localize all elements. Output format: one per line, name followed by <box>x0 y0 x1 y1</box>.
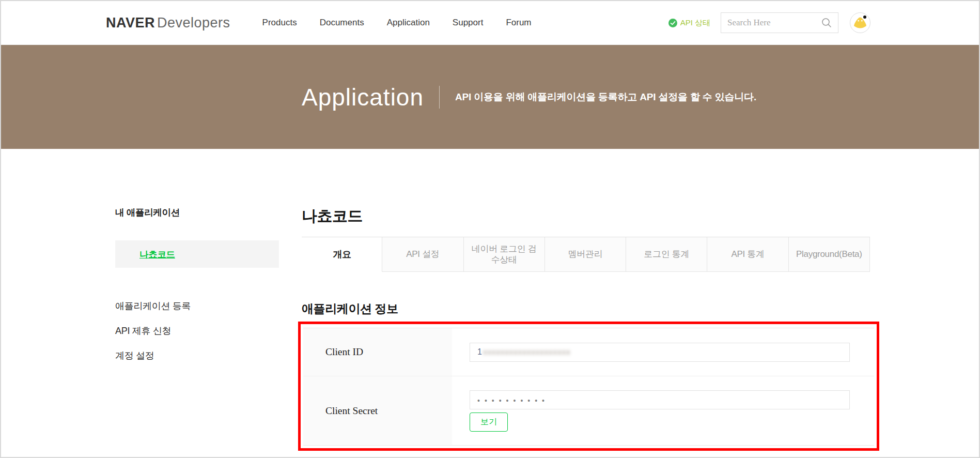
check-circle-icon <box>668 19 677 27</box>
app-info-table: Client ID 1 xxxxxxxxxxxxxxxxxxxx Client … <box>303 328 874 446</box>
show-secret-button[interactable]: 보기 <box>470 413 508 432</box>
api-status-label: API 상태 <box>680 18 710 28</box>
page-banner: Application API 이용을 위해 애플리케이션을 등록하고 API … <box>1 45 979 149</box>
tab-login-stats[interactable]: 로그인 통계 <box>626 237 707 272</box>
banner-divider <box>439 86 440 109</box>
user-avatar[interactable] <box>850 12 870 33</box>
client-id-value-cell: 1 xxxxxxxxxxxxxxxxxxxx <box>452 328 874 376</box>
sidebar-item-account-settings[interactable]: 계정 설정 <box>115 343 279 368</box>
search-box <box>721 12 838 33</box>
client-id-blurred-value: xxxxxxxxxxxxxxxxxxxx <box>483 348 571 356</box>
page: NAVERDevelopers Products Documents Appli… <box>0 0 980 458</box>
nav-item-documents[interactable]: Documents <box>320 18 364 28</box>
tab-bar: 개요 API 설정 네이버 로그인 검수상태 멤버관리 로그인 통계 API 통… <box>302 237 870 272</box>
content-area: 내 애플리케이션 나쵸코드 애플리케이션 등록 API 제휴 신청 계정 설정 … <box>1 149 979 458</box>
nav-item-products[interactable]: Products <box>262 18 297 28</box>
client-id-label: Client ID <box>303 328 452 376</box>
banner-description: API 이용을 위해 애플리케이션을 등록하고 API 설정을 할 수 있습니다… <box>455 90 756 104</box>
banner-title: Application <box>302 83 424 111</box>
search-icon[interactable] <box>821 18 832 28</box>
app-title: 나쵸코드 <box>302 206 363 227</box>
logo-primary: NAVER <box>106 15 155 30</box>
nav-item-application[interactable]: Application <box>387 18 430 28</box>
nav-item-forum[interactable]: Forum <box>506 18 531 28</box>
client-secret-masked-value: •••••••••• <box>477 395 549 405</box>
avatar-duck-icon <box>850 13 870 33</box>
sidebar-item-selected-app[interactable]: 나쵸코드 <box>115 240 279 268</box>
tab-api-stats[interactable]: API 통계 <box>707 237 788 272</box>
sidebar-heading: 내 애플리케이션 <box>115 206 279 219</box>
client-secret-value-cell: •••••••••• 보기 <box>452 376 874 445</box>
table-row-client-id: Client ID 1 xxxxxxxxxxxxxxxxxxxx <box>303 328 874 376</box>
naver-developers-logo[interactable]: NAVERDevelopers <box>106 15 230 31</box>
api-status-link[interactable]: API 상태 <box>668 18 710 28</box>
search-input[interactable] <box>727 18 821 28</box>
red-annotation-box: Client ID 1 xxxxxxxxxxxxxxxxxxxx Client … <box>298 322 879 451</box>
main-nav: Products Documents Application Support F… <box>262 18 532 28</box>
sidebar-item-api-partnership[interactable]: API 제휴 신청 <box>115 318 279 343</box>
sidebar-links: 애플리케이션 등록 API 제휴 신청 계정 설정 <box>115 294 279 368</box>
logo-secondary: Developers <box>157 15 230 30</box>
top-header: NAVERDevelopers Products Documents Appli… <box>1 1 979 45</box>
client-id-field[interactable]: 1 xxxxxxxxxxxxxxxxxxxx <box>470 343 850 362</box>
tab-api-settings[interactable]: API 설정 <box>382 237 463 272</box>
tab-member-management[interactable]: 멤버관리 <box>545 237 626 272</box>
sidebar-item-register-app[interactable]: 애플리케이션 등록 <box>115 294 279 318</box>
client-id-visible-prefix: 1 <box>477 347 482 357</box>
nav-item-support[interactable]: Support <box>453 18 484 28</box>
client-secret-field[interactable]: •••••••••• <box>470 390 850 409</box>
selected-app-link[interactable]: 나쵸코드 <box>139 248 175 261</box>
sidebar: 내 애플리케이션 나쵸코드 애플리케이션 등록 API 제휴 신청 계정 설정 <box>115 206 279 368</box>
tab-playground-beta[interactable]: Playground(Beta) <box>788 237 870 272</box>
client-secret-label: Client Secret <box>303 376 452 445</box>
tab-overview[interactable]: 개요 <box>302 237 382 272</box>
section-title-app-info: 애플리케이션 정보 <box>302 301 398 317</box>
tab-naver-login-review-status[interactable]: 네이버 로그인 검수상태 <box>463 237 545 272</box>
header-right: API 상태 <box>668 12 870 33</box>
table-row-client-secret: Client Secret •••••••••• 보기 <box>303 376 874 445</box>
